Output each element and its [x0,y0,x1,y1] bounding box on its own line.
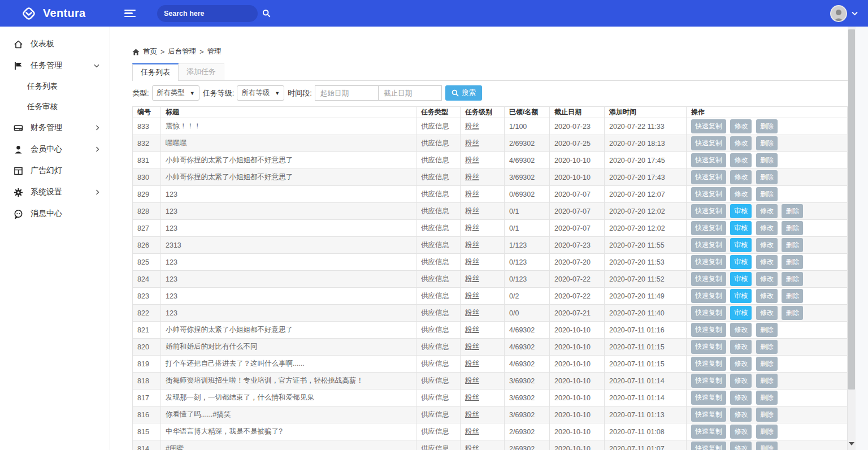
edit-button[interactable]: 修改 [730,119,752,133]
review-button[interactable]: 审核 [730,204,752,218]
task-level-link[interactable]: 粉丝 [465,360,479,367]
delete-button[interactable]: 删除 [782,306,803,320]
quick-copy-button[interactable]: 快速复制 [691,391,726,405]
task-level-link[interactable]: 粉丝 [465,275,479,283]
quick-copy-button[interactable]: 快速复制 [691,272,726,286]
breadcrumb-home[interactable]: 首页 [143,47,157,57]
sidebar-item-task-management[interactable]: 任务管理 [0,55,110,76]
quick-copy-button[interactable]: 快速复制 [691,425,726,439]
sidebar-item-finance[interactable]: 财务管理 [0,117,110,139]
sidebar-item-system-settings[interactable]: 系统设置 [0,181,110,203]
quick-copy-button[interactable]: 快速复制 [691,204,726,218]
delete-button[interactable]: 删除 [756,374,778,388]
quick-copy-button[interactable]: 快速复制 [691,289,726,303]
sidebar-item-dashboard[interactable]: 仪表板 [0,33,110,55]
end-date-input[interactable] [378,85,442,101]
quick-copy-button[interactable]: 快速复制 [691,136,726,150]
edit-button[interactable]: 修改 [730,357,752,371]
quick-copy-button[interactable]: 快速复制 [691,408,726,422]
edit-button[interactable]: 修改 [730,170,752,184]
search-input[interactable] [164,10,262,18]
edit-button[interactable]: 修改 [730,153,752,167]
quick-copy-button[interactable]: 快速复制 [691,306,726,320]
review-button[interactable]: 审核 [730,272,752,286]
edit-button[interactable]: 修改 [730,408,752,422]
task-level-link[interactable]: 粉丝 [465,377,479,384]
edit-button[interactable]: 修改 [756,255,778,269]
delete-button[interactable]: 删除 [782,289,803,303]
task-level-link[interactable]: 粉丝 [465,410,479,418]
delete-button[interactable]: 删除 [756,442,778,450]
start-date-input[interactable] [315,85,379,101]
delete-button[interactable]: 删除 [756,340,778,354]
delete-button[interactable]: 删除 [756,136,778,150]
quick-copy-button[interactable]: 快速复制 [691,170,726,184]
edit-button[interactable]: 修改 [730,442,752,450]
review-button[interactable]: 审核 [730,255,752,269]
quick-copy-button[interactable]: 快速复制 [691,442,726,450]
edit-button[interactable]: 修改 [756,238,778,252]
task-level-link[interactable]: 粉丝 [465,241,479,249]
quick-copy-button[interactable]: 快速复制 [691,238,726,252]
sidebar-item-message-center[interactable]: 消息中心 [0,203,110,224]
quick-copy-button[interactable]: 快速复制 [691,323,726,337]
quick-copy-button[interactable]: 快速复制 [691,119,726,133]
edit-button[interactable]: 修改 [756,204,778,218]
sidebar-subitem-task-list[interactable]: 任务列表 [0,76,110,97]
delete-button[interactable]: 删除 [782,272,803,286]
edit-button[interactable]: 修改 [730,340,752,354]
sidebar-item-ad-slides[interactable]: 广告幻灯 [0,160,110,181]
quick-copy-button[interactable]: 快速复制 [691,187,726,201]
sidebar-item-member-center[interactable]: 会员中心 [0,139,110,160]
task-level-link[interactable]: 粉丝 [465,173,479,181]
delete-button[interactable]: 删除 [756,153,778,167]
edit-button[interactable]: 修改 [730,374,752,388]
edit-button[interactable]: 修改 [756,289,778,303]
task-level-link[interactable]: 粉丝 [465,292,479,300]
quick-copy-button[interactable]: 快速复制 [691,255,726,269]
scrollbar-thumb[interactable] [848,29,855,390]
quick-copy-button[interactable]: 快速复制 [691,374,726,388]
level-filter-select[interactable]: 所有等级 ▼ [237,85,284,101]
review-button[interactable]: 审核 [730,289,752,303]
tab-task-list[interactable]: 任务列表 [132,63,179,81]
quick-copy-button[interactable]: 快速复制 [691,153,726,167]
task-level-link[interactable]: 粉丝 [465,326,479,334]
quick-copy-button[interactable]: 快速复制 [691,357,726,371]
delete-button[interactable]: 删除 [782,221,803,235]
task-level-link[interactable]: 粉丝 [465,190,479,198]
delete-button[interactable]: 删除 [756,425,778,439]
task-level-link[interactable]: 粉丝 [465,207,479,215]
task-level-link[interactable]: 粉丝 [465,427,479,435]
delete-button[interactable]: 删除 [756,391,778,405]
edit-button[interactable]: 修改 [730,323,752,337]
edit-button[interactable]: 修改 [730,187,752,201]
breadcrumb-admin[interactable]: 后台管理 [168,47,196,57]
hamburger-menu-icon[interactable] [124,8,137,19]
task-level-link[interactable]: 粉丝 [465,343,479,351]
review-button[interactable]: 审核 [730,306,752,320]
delete-button[interactable]: 删除 [756,119,778,133]
search-button[interactable]: 搜索 [445,85,482,101]
scroll-down-arrow-icon[interactable] [849,442,854,445]
task-level-link[interactable]: 粉丝 [465,224,479,232]
edit-button[interactable]: 修改 [756,272,778,286]
task-level-link[interactable]: 粉丝 [465,258,479,266]
delete-button[interactable]: 删除 [756,187,778,201]
task-level-link[interactable]: 粉丝 [465,393,479,401]
delete-button[interactable]: 删除 [756,170,778,184]
quick-copy-button[interactable]: 快速复制 [691,340,726,354]
quick-copy-button[interactable]: 快速复制 [691,221,726,235]
sidebar-subitem-task-review[interactable]: 任务审核 [0,97,110,117]
edit-button[interactable]: 修改 [756,221,778,235]
task-level-link[interactable]: 粉丝 [465,309,479,317]
delete-button[interactable]: 删除 [782,255,803,269]
task-level-link[interactable]: 粉丝 [465,156,479,164]
review-button[interactable]: 审核 [730,238,752,252]
delete-button[interactable]: 删除 [756,323,778,337]
delete-button[interactable]: 删除 [782,238,803,252]
delete-button[interactable]: 删除 [756,408,778,422]
edit-button[interactable]: 修改 [730,391,752,405]
edit-button[interactable]: 修改 [730,136,752,150]
edit-button[interactable]: 修改 [756,306,778,320]
